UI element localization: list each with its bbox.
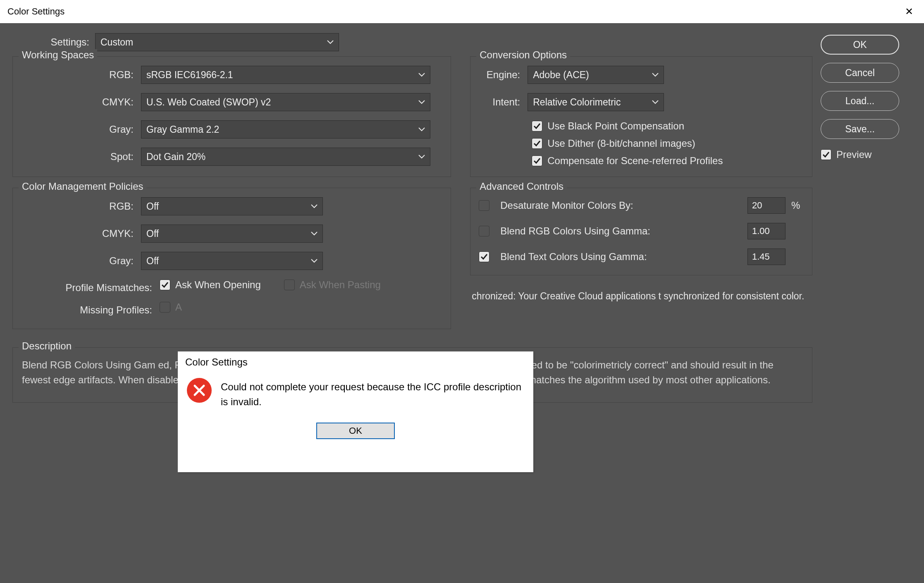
policies-title: Color Management Policies xyxy=(19,181,146,192)
settings-label: Settings: xyxy=(37,36,95,48)
ask-pasting-label: Ask When Pasting xyxy=(300,279,381,291)
chevron-down-icon xyxy=(418,100,425,104)
chevron-down-icon xyxy=(327,40,334,44)
ws-gray-label: Gray: xyxy=(21,124,141,135)
pol-cmyk-label: CMYK: xyxy=(21,228,141,239)
bpc-label: Use Black Point Compensation xyxy=(547,120,684,132)
chevron-down-icon xyxy=(311,259,318,263)
mismatch-label: Profile Mismatches: xyxy=(21,282,160,294)
ws-rgb-dropdown[interactable]: sRGB IEC61966-2.1 xyxy=(141,66,430,84)
error-icon xyxy=(187,378,212,403)
dither-checkbox[interactable] xyxy=(532,138,542,149)
blend-text-checkbox[interactable] xyxy=(479,251,489,262)
desat-input[interactable]: 20 xyxy=(747,197,786,214)
ask-opening-label: Ask When Opening xyxy=(175,279,261,291)
chevron-down-icon xyxy=(418,73,425,77)
pol-rgb-dropdown[interactable]: Off xyxy=(141,197,323,215)
ws-spot-label: Spot: xyxy=(21,151,141,162)
advanced-group: Advanced Controls Desaturate Monitor Col… xyxy=(470,188,812,275)
titlebar: Color Settings ✕ xyxy=(0,0,924,23)
engine-dropdown[interactable]: Adobe (ACE) xyxy=(528,66,664,84)
chevron-down-icon xyxy=(652,100,659,104)
sync-note: chronized: Your Creative Cloud applicati… xyxy=(470,286,812,305)
bpc-checkbox[interactable] xyxy=(532,121,542,131)
desat-label: Desaturate Monitor Colors By: xyxy=(500,200,742,211)
blend-rgb-checkbox[interactable] xyxy=(479,226,489,237)
ws-spot-value: Dot Gain 20% xyxy=(146,151,205,162)
settings-value: Custom xyxy=(100,37,133,48)
advanced-title: Advanced Controls xyxy=(476,181,567,192)
working-spaces-title: Working Spaces xyxy=(19,49,97,61)
engine-label: Engine: xyxy=(479,69,528,81)
pol-rgb-value: Off xyxy=(146,201,159,212)
settings-dropdown[interactable]: Custom xyxy=(95,33,339,51)
preview-label: Preview xyxy=(836,149,871,160)
error-dialog: Color Settings Could not complete your r… xyxy=(178,351,533,472)
cancel-button[interactable]: Cancel xyxy=(821,63,899,83)
ws-cmyk-label: CMYK: xyxy=(21,96,141,108)
conversion-group: Conversion Options Engine: Adobe (ACE) I… xyxy=(470,56,812,177)
missing-ask-label: A xyxy=(175,301,182,313)
pol-gray-dropdown[interactable]: Off xyxy=(141,252,323,270)
intent-value: Relative Colorimetric xyxy=(533,97,621,108)
preview-checkbox[interactable] xyxy=(821,149,831,160)
missing-label: Missing Profiles: xyxy=(21,304,160,316)
load-button[interactable]: Load... xyxy=(821,91,899,111)
dither-label: Use Dither (8-bit/channel images) xyxy=(547,138,695,149)
blend-text-input[interactable]: 1.45 xyxy=(747,248,786,265)
conversion-title: Conversion Options xyxy=(476,49,570,61)
blend-text-label: Blend Text Colors Using Gamma: xyxy=(500,251,742,263)
working-spaces-group: Working Spaces RGB: sRGB IEC61966-2.1 CM… xyxy=(12,56,451,177)
policies-group: Color Management Policies RGB: Off CMYK:… xyxy=(12,188,451,329)
chevron-down-icon xyxy=(418,127,425,131)
compensate-checkbox[interactable] xyxy=(532,155,542,166)
description-title: Description xyxy=(19,340,75,352)
compensate-label: Compensate for Scene-referred Profiles xyxy=(547,155,723,167)
chevron-down-icon xyxy=(311,232,318,236)
ask-opening-checkbox[interactable] xyxy=(160,280,170,290)
chevron-down-icon xyxy=(652,73,659,77)
ask-pasting-checkbox[interactable] xyxy=(284,280,295,290)
ws-cmyk-value: U.S. Web Coated (SWOP) v2 xyxy=(146,97,271,108)
pol-rgb-label: RGB: xyxy=(21,201,141,212)
desat-checkbox[interactable] xyxy=(479,200,489,211)
pol-cmyk-value: Off xyxy=(146,228,159,239)
chevron-down-icon xyxy=(311,204,318,208)
window-title: Color Settings xyxy=(7,6,64,17)
ws-gray-value: Gray Gamma 2.2 xyxy=(146,124,219,135)
pol-gray-value: Off xyxy=(146,256,159,267)
pol-cmyk-dropdown[interactable]: Off xyxy=(141,225,323,243)
error-ok-button[interactable]: OK xyxy=(316,423,395,439)
intent-dropdown[interactable]: Relative Colorimetric xyxy=(528,93,664,111)
save-button[interactable]: Save... xyxy=(821,119,899,139)
engine-value: Adobe (ACE) xyxy=(533,69,589,81)
intent-label: Intent: xyxy=(479,96,528,108)
error-message: Could not complete your request because … xyxy=(221,378,524,409)
ws-spot-dropdown[interactable]: Dot Gain 20% xyxy=(141,148,430,166)
ok-button[interactable]: OK xyxy=(821,35,899,55)
error-title: Color Settings xyxy=(178,351,533,370)
ws-rgb-value: sRGB IEC61966-2.1 xyxy=(146,69,233,81)
ws-rgb-label: RGB: xyxy=(21,69,141,81)
blend-rgb-input[interactable]: 1.00 xyxy=(747,223,786,239)
ws-cmyk-dropdown[interactable]: U.S. Web Coated (SWOP) v2 xyxy=(141,93,430,111)
missing-ask-checkbox[interactable] xyxy=(160,302,170,313)
ws-gray-dropdown[interactable]: Gray Gamma 2.2 xyxy=(141,120,430,139)
chevron-down-icon xyxy=(418,155,425,159)
blend-rgb-label: Blend RGB Colors Using Gamma: xyxy=(500,225,742,237)
desat-unit: % xyxy=(791,200,804,211)
pol-gray-label: Gray: xyxy=(21,255,141,267)
close-icon[interactable]: ✕ xyxy=(899,6,919,17)
